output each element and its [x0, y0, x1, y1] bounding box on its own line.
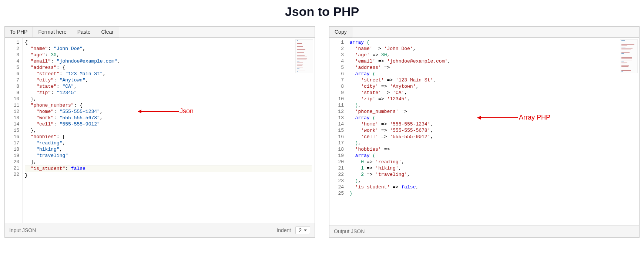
output-editor[interactable]: 1234567891011121314151617181920212223242…: [329, 38, 639, 225]
input-toolbar: To PHP Format here Paste Clear: [5, 27, 315, 38]
input-minimap[interactable]: [295, 39, 313, 73]
code-line[interactable]: 'is_student' => false,: [349, 184, 636, 190]
input-panel: To PHP Format here Paste Clear 123456789…: [4, 26, 315, 238]
code-line[interactable]: "age": 30,: [25, 52, 312, 58]
code-line[interactable]: "is_student": false: [25, 165, 312, 172]
code-line[interactable]: 'cell' => '555-555-9012',: [349, 134, 636, 140]
code-line[interactable]: array (: [349, 153, 636, 159]
code-line[interactable]: array (: [349, 115, 636, 121]
grip-icon: [321, 129, 323, 135]
code-line[interactable]: array (: [349, 39, 636, 46]
clear-button[interactable]: Clear: [96, 27, 119, 37]
paste-button[interactable]: Paste: [72, 27, 96, 37]
code-line[interactable]: "city": "Anytown",: [25, 77, 312, 83]
code-line[interactable]: ): [349, 190, 636, 197]
code-line[interactable]: "traveling": [25, 153, 312, 159]
output-panel: Copy 12345678910111213141516171819202122…: [329, 26, 640, 238]
output-footer: Output JSON: [329, 225, 639, 237]
input-editor-wrap: 12345678910111213141516171819202122{ "na…: [5, 38, 315, 223]
code-line[interactable]: }: [25, 172, 312, 178]
line-number-gutter: 1234567891011121314151617181920212223242…: [329, 38, 347, 225]
output-footer-label: Output JSON: [334, 228, 365, 234]
input-footer: Input JSON Indent 2: [5, 223, 315, 237]
code-line[interactable]: },: [25, 127, 312, 134]
input-editor[interactable]: 12345678910111213141516171819202122{ "na…: [5, 38, 315, 223]
code-line[interactable]: "state": "CA",: [25, 83, 312, 90]
code-line[interactable]: "work": "555-555-5678",: [25, 115, 312, 121]
copy-button[interactable]: Copy: [329, 27, 352, 37]
code-line[interactable]: "email": "johndoe@example.com",: [25, 58, 312, 64]
split-handle[interactable]: [321, 26, 323, 238]
code-line[interactable]: array (: [349, 71, 636, 77]
output-minimap[interactable]: [620, 39, 638, 73]
code-line[interactable]: "address": {: [25, 64, 312, 71]
code-line[interactable]: 'home' => '555-555-1234',: [349, 121, 636, 127]
code-line[interactable]: ),: [349, 140, 636, 146]
code-area[interactable]: { "name": "John Doe", "age": 30, "email"…: [23, 38, 315, 223]
code-line[interactable]: "cell": "555-555-9012": [25, 121, 312, 127]
code-line[interactable]: 'name' => 'John Doe',: [349, 46, 636, 52]
code-line[interactable]: "reading",: [25, 140, 312, 146]
code-line[interactable]: 'phone_numbers' =>: [349, 108, 636, 115]
code-line[interactable]: ),: [349, 102, 636, 108]
page-title: Json to PHP: [4, 4, 640, 19]
code-line[interactable]: "zip": "12345": [25, 90, 312, 96]
code-line[interactable]: 'street' => '123 Main St',: [349, 77, 636, 83]
input-footer-label: Input JSON: [9, 227, 36, 233]
code-line[interactable]: 'zip' => '12345',: [349, 96, 636, 102]
code-line[interactable]: 'address' =>: [349, 64, 636, 71]
output-editor-wrap: 1234567891011121314151617181920212223242…: [329, 38, 639, 225]
code-line[interactable]: 'email' => 'johndoe@example.com',: [349, 58, 636, 64]
code-line[interactable]: ],: [25, 159, 312, 165]
code-line[interactable]: 2 => 'traveling',: [349, 171, 636, 178]
indent-select[interactable]: 2: [295, 226, 310, 234]
code-line[interactable]: "phone_numbers": {: [25, 102, 312, 108]
code-line[interactable]: "street": "123 Main St",: [25, 71, 312, 77]
code-line[interactable]: 'work' => '555-555-5678',: [349, 127, 636, 134]
code-line[interactable]: 'state' => 'CA',: [349, 90, 636, 96]
line-number-gutter: 12345678910111213141516171819202122: [5, 38, 23, 223]
output-toolbar: Copy: [329, 27, 639, 38]
code-line[interactable]: },: [25, 96, 312, 102]
code-line[interactable]: 'city' => 'Anytown',: [349, 83, 636, 90]
code-area[interactable]: array ( 'name' => 'John Doe', 'age' => 3…: [347, 38, 639, 225]
code-line[interactable]: "name": "John Doe",: [25, 46, 312, 52]
indent-value: 2: [299, 227, 302, 233]
code-line[interactable]: ),: [349, 178, 636, 184]
format-here-button[interactable]: Format here: [33, 27, 72, 37]
code-line[interactable]: 0 => 'reading',: [349, 159, 636, 165]
code-line[interactable]: "hobbies": [: [25, 134, 312, 140]
code-line[interactable]: "hiking",: [25, 146, 312, 153]
code-line[interactable]: "home": "555-555-1234",: [25, 108, 312, 115]
indent-label: Indent: [276, 227, 291, 233]
code-line[interactable]: 'age' => 30,: [349, 52, 636, 58]
code-line[interactable]: 'hobbies' =>: [349, 146, 636, 153]
to-php-button[interactable]: To PHP: [5, 27, 33, 37]
workspace: To PHP Format here Paste Clear 123456789…: [4, 26, 640, 238]
chevron-down-icon: [304, 230, 307, 231]
code-line[interactable]: {: [25, 39, 312, 46]
code-line[interactable]: 1 => 'hiking',: [349, 165, 636, 171]
